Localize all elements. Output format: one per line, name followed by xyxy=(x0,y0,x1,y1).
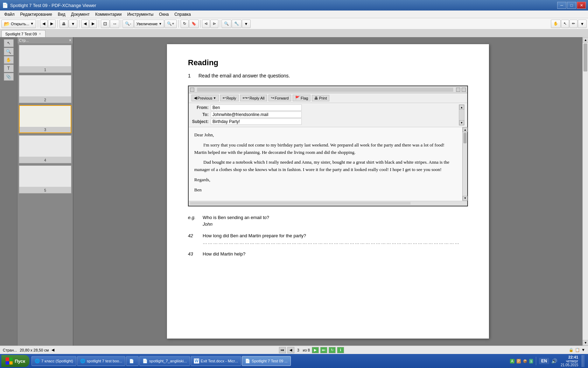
next-page-btn[interactable]: ▶ xyxy=(312,347,319,353)
menu-tools[interactable]: Инструменты xyxy=(124,11,156,18)
status-arrow-left[interactable]: ◀ xyxy=(51,348,54,352)
body-scroll-down[interactable]: ▼ xyxy=(463,196,468,201)
zoom-out-button[interactable]: 🔍- xyxy=(122,20,134,28)
annotate-tool[interactable]: 📎 xyxy=(4,73,14,81)
menu-edit[interactable]: Редактирование xyxy=(18,11,55,18)
volume-icon[interactable]: 🔊 xyxy=(551,358,557,364)
thumb-page-4[interactable]: 4 xyxy=(19,135,71,163)
taskbar-btn-spotlight-book[interactable]: 🌐 spotlight 7 test boo... xyxy=(77,356,126,366)
toolbar-sep-3 xyxy=(79,20,79,28)
start-label: Пуск xyxy=(15,359,25,364)
close-button[interactable]: ✕ xyxy=(577,2,586,9)
taskbar-btn-exit-test[interactable]: W Exit Test.docx - Micr... xyxy=(191,356,241,366)
thumb-page-1[interactable]: 1 xyxy=(19,45,71,73)
show-desktop-btn[interactable] xyxy=(582,355,584,367)
taskbar-btn-label-6: Spotlight 7 Test 09 ... xyxy=(252,359,288,363)
tab-close-button[interactable]: × xyxy=(38,32,42,36)
main-scroll-thumb[interactable] xyxy=(583,43,587,71)
thumb-page-5[interactable]: 5 xyxy=(19,165,71,193)
email-flag-btn[interactable]: 🚩 Flag xyxy=(293,95,310,101)
rotate-button[interactable]: ↻ xyxy=(181,20,189,28)
email-print-btn[interactable]: 🖶 Print xyxy=(312,95,329,101)
email-reply-btn[interactable]: ↩ Reply xyxy=(220,95,239,101)
email-prev-btn[interactable]: ◀ Previous ▼ xyxy=(191,95,219,101)
start-button[interactable]: Пуск xyxy=(1,355,29,367)
taskbar-btn-pdf-tools[interactable]: 📄 xyxy=(126,356,139,366)
tab-label: Spotlight 7 Test 09 xyxy=(5,32,37,36)
print-button[interactable]: 🖶 xyxy=(59,20,68,28)
main-scrollbar-right: ▲ ▼ xyxy=(582,37,588,346)
annotate-button[interactable]: ✏ xyxy=(569,20,578,28)
email-prev-icon: ◀ xyxy=(194,96,197,100)
nav-button-1[interactable]: ⊲ xyxy=(202,20,210,28)
open-button[interactable]: 📂 Открыть... ▼ xyxy=(1,20,36,28)
cursor-tool[interactable]: ↖ xyxy=(4,39,14,47)
taskbar-btn-spotlight-class[interactable]: 🌐 7 класс (Spotlight) xyxy=(31,356,76,366)
taskbar-btn-label-1: 7 класс (Spotlight) xyxy=(41,359,73,363)
tools-icon-btn[interactable]: 🔧 xyxy=(232,20,241,28)
menu-comments[interactable]: Комментарии xyxy=(92,11,125,18)
toolbar-sep-6 xyxy=(178,20,179,28)
scroll-down-arrow[interactable]: ▼ xyxy=(459,120,464,125)
forward-button[interactable]: ▶ xyxy=(48,20,56,28)
email-from-row: From: Ben xyxy=(191,104,457,111)
back-button[interactable]: ◀ xyxy=(40,20,48,28)
taskbar-btn-icon-1: 🌐 xyxy=(35,359,40,363)
zoom-in-button[interactable]: 🔍+ xyxy=(164,20,176,28)
thumb-page-2[interactable]: 2 xyxy=(19,75,71,103)
zoom-tool[interactable]: 🔍 xyxy=(4,48,14,55)
toolbar: 📂 Открыть... ▼ ◀ ▶ 🖶 ▼ ◀ ▶ ⊡ ↔ 🔍- Увелич… xyxy=(0,18,588,29)
maximize-button[interactable]: □ xyxy=(567,2,576,9)
tab-spotlight[interactable]: Spotlight 7 Test 09 × xyxy=(1,30,46,37)
fit-width-button[interactable]: ↔ xyxy=(110,20,119,28)
pdf-area[interactable]: Reading 1 Read the email and answer the … xyxy=(74,37,582,346)
email-tb-dot-3 xyxy=(462,88,466,92)
main-scroll-down[interactable]: ▼ xyxy=(583,340,588,346)
main-scroll-track xyxy=(583,43,588,340)
refresh-btn[interactable]: ↻ xyxy=(329,347,336,353)
menu-document[interactable]: Документ xyxy=(68,11,92,18)
bookmark-button[interactable]: 🔖 xyxy=(189,20,199,28)
thumbnail-close-button[interactable]: × xyxy=(69,38,71,43)
last-page-btn[interactable]: ⏭ xyxy=(320,347,327,353)
menu-windows[interactable]: Окна xyxy=(156,11,172,18)
prev-page-btn[interactable]: ◀ xyxy=(287,347,294,353)
menu-help[interactable]: Справка xyxy=(172,11,194,18)
next-page-button[interactable]: ▶ xyxy=(89,20,97,28)
menu-file[interactable]: Файл xyxy=(1,11,18,18)
email-tb-dot-2 xyxy=(456,88,460,92)
extra-right-btn[interactable]: ▼ xyxy=(578,20,587,28)
select-button[interactable]: ↖ xyxy=(561,20,569,28)
nav-button-2[interactable]: ⊳ xyxy=(210,20,218,28)
first-page-btn[interactable]: ⏮ xyxy=(279,347,286,353)
main-scroll-up[interactable]: ▲ xyxy=(583,37,588,43)
thumb-num-4: 4 xyxy=(44,158,46,162)
menu-view[interactable]: Вид xyxy=(55,11,68,18)
prev-page-button[interactable]: ◀ xyxy=(81,20,89,28)
hand-tool[interactable]: ✋ xyxy=(4,56,14,64)
language-indicator[interactable]: EN xyxy=(539,358,549,364)
text-tool[interactable]: T xyxy=(4,64,14,72)
email-header-scrollbar: ▲ ▼ xyxy=(459,104,464,125)
zoom-level-dropdown[interactable]: Увеличение ▼ xyxy=(134,20,164,28)
taskbar-btn-angliiskii[interactable]: 📄 spotlight_7_angliiski... xyxy=(139,356,190,366)
thumb-page-3[interactable]: 3 xyxy=(19,105,71,133)
scroll-up-arrow[interactable]: ▲ xyxy=(459,105,464,110)
toolbar-sep-7 xyxy=(200,20,201,28)
body-scroll-up[interactable]: ▲ xyxy=(463,127,468,132)
email-forward-btn[interactable]: ↪ Forward xyxy=(268,95,291,101)
fit-page-button[interactable]: ⊡ xyxy=(101,20,110,28)
title-bar-left: 📄 Spotlight 7 Test 09 - PDF-XChange View… xyxy=(2,2,96,8)
search-icon-btn[interactable]: 🔍 xyxy=(222,20,231,28)
print-options-button[interactable]: ▼ xyxy=(69,20,77,28)
taskbar-btn-spotlight-test[interactable]: 📄 Spotlight 7 Test 09 ... xyxy=(242,356,291,366)
taskbar-btn-label-5: Exit Test.docx - Micr... xyxy=(201,359,238,363)
info-btn[interactable]: ℹ xyxy=(337,347,344,353)
extra-btn[interactable]: ▼ xyxy=(242,20,251,28)
body-scroll-thumb[interactable] xyxy=(463,133,467,143)
toolbar-print-group: 🖶 ▼ xyxy=(59,20,77,28)
toolbar-extra-group: ↻ 🔖 ⊲ ⊳ 🔍 🔧 ▼ xyxy=(181,20,251,28)
hand-button[interactable]: ✋ xyxy=(551,20,561,28)
email-reply-all-btn[interactable]: ↩↩ Reply All xyxy=(240,95,267,101)
minimize-button[interactable]: ─ xyxy=(557,2,566,9)
